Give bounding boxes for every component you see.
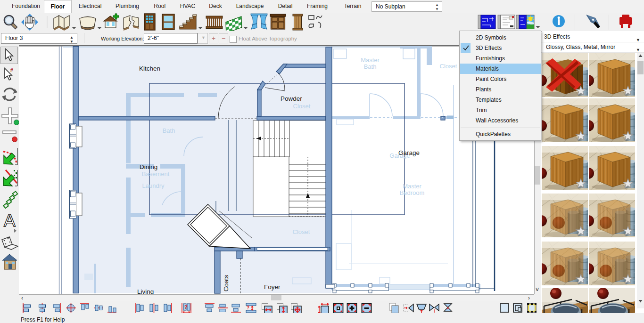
svg-text:?: ? (184, 305, 187, 310)
svg-text:Laundry: Laundry (142, 182, 165, 189)
svg-text:Coats: Coats (223, 275, 230, 291)
svg-text:Closet: Closet (293, 228, 310, 235)
svg-text:Bedroom: Bedroom (400, 189, 425, 196)
svg-text:Foyer: Foyer (264, 283, 281, 291)
svg-text:Basement: Basement (142, 170, 170, 178)
svg-text:Bath: Bath (364, 63, 377, 70)
svg-text:Garage: Garage (398, 149, 420, 156)
svg-text:Master: Master (403, 183, 421, 190)
svg-text:?: ? (247, 305, 249, 310)
svg-text:Dining: Dining (140, 163, 157, 170)
svg-text:Master: Master (361, 57, 380, 64)
svg-text:Closet: Closet (293, 103, 311, 110)
svg-text:#: # (10, 68, 13, 73)
svg-text:Closet: Closet (440, 63, 457, 70)
svg-text:Kitchen: Kitchen (139, 65, 160, 72)
svg-text:Bath: Bath (163, 127, 175, 134)
svg-text:Powder: Powder (281, 95, 302, 102)
svg-text:A: A (4, 211, 16, 230)
svg-text:Living: Living (137, 288, 154, 294)
